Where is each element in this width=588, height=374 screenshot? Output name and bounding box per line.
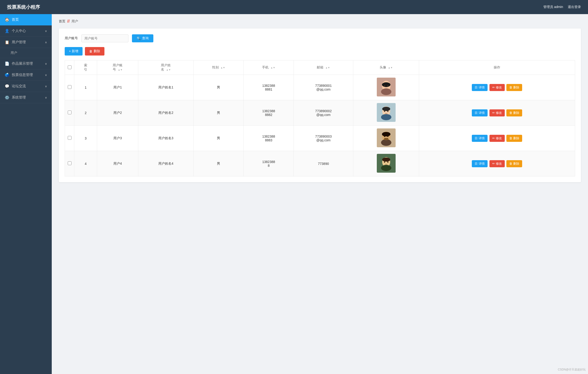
search-input[interactable] xyxy=(81,34,128,42)
row-checkbox[interactable] xyxy=(68,161,72,165)
row-gender: 男 xyxy=(194,75,244,100)
th-index: 索引 xyxy=(74,60,97,75)
sidebar-item-vote-mgmt-label: 投票信息管理 xyxy=(12,73,33,77)
svg-point-11 xyxy=(387,111,388,112)
row-email: 773890002@qq.com xyxy=(294,100,353,126)
select-all-checkbox[interactable] xyxy=(68,65,72,69)
sidebar-item-work-mgmt[interactable]: 📄 作品展示管理 ∨ xyxy=(0,58,52,69)
header-right: 管理员 admin 退出登录 xyxy=(543,5,581,9)
batch-delete-button[interactable]: 🗑 删除 xyxy=(85,47,105,55)
account-sort-icon[interactable]: ▲▼ xyxy=(118,68,123,71)
svg-rect-8 xyxy=(382,107,390,111)
row-ops-cell: 目 详情 ✏ 修改 🗑 删除 xyxy=(419,126,575,151)
phone-sort-icon[interactable]: ▲▼ xyxy=(271,66,275,69)
batch-delete-label: 删除 xyxy=(94,49,100,53)
user-mgmt-arrow-icon: ∧ xyxy=(45,41,47,44)
sidebar-item-forum[interactable]: 💬 论坛交流 ∨ xyxy=(0,81,52,92)
app-header: 投票系统小程序 管理员 admin 退出登录 xyxy=(0,0,588,14)
email-sort-icon[interactable]: ▲▼ xyxy=(325,66,330,69)
profile-arrow-icon: ∨ xyxy=(45,29,47,33)
search-button[interactable]: 🔍 查询 xyxy=(132,34,153,42)
row-checkbox-cell xyxy=(65,151,74,176)
breadcrumb: 首页 // 用户 xyxy=(59,19,581,24)
vote-mgmt-arrow-icon: ∨ xyxy=(45,73,47,77)
detail-button[interactable]: 目 详情 xyxy=(472,84,488,91)
row-avatar-cell xyxy=(353,100,419,126)
row-gender: 男 xyxy=(194,126,244,151)
delete-icon: 🗑 xyxy=(89,49,93,53)
svg-point-10 xyxy=(384,111,385,112)
edit-button[interactable]: ✏ 修改 xyxy=(489,84,505,91)
sidebar-item-user-mgmt[interactable]: 📋 用户管理 ∧ xyxy=(0,37,52,48)
action-bar: + 新增 🗑 删除 xyxy=(65,47,575,55)
row-account: 用户3 xyxy=(97,126,138,151)
row-avatar-cell xyxy=(353,75,419,100)
svg-point-3 xyxy=(381,88,391,95)
row-account: 用户2 xyxy=(97,100,138,126)
detail-button[interactable]: 目 详情 xyxy=(472,109,488,117)
vote-mgmt-icon: 🗳️ xyxy=(5,73,10,77)
detail-button[interactable]: 目 详情 xyxy=(472,135,488,142)
search-label: 用户账号 xyxy=(65,36,78,41)
user-table: 索引 用户账号 ▲▼ 用户姓名 ▲▼ 性别 ▲▼ xyxy=(65,60,575,176)
row-ops-cell: 目 详情 ✏ 修改 🗑 删除 xyxy=(419,151,575,176)
avatar-sort-icon[interactable]: ▲▼ xyxy=(388,66,393,69)
gender-sort-icon[interactable]: ▲▼ xyxy=(220,66,225,69)
svg-point-17 xyxy=(387,136,388,137)
row-email: 773890 xyxy=(294,151,353,176)
sidebar-item-sys-mgmt-label: 系统管理 xyxy=(12,95,26,100)
sidebar-sub-item-user-label: 用户 xyxy=(10,51,17,54)
search-bar: 用户账号 🔍 查询 xyxy=(65,34,575,42)
row-checkbox-cell xyxy=(65,126,74,151)
th-avatar: 头像 ▲▼ xyxy=(353,60,419,75)
sidebar-item-vote-mgmt[interactable]: 🗳️ 投票信息管理 ∨ xyxy=(0,69,52,81)
sys-mgmt-arrow-icon: ∨ xyxy=(45,96,47,99)
row-avatar-cell xyxy=(353,151,419,176)
app-title: 投票系统小程序 xyxy=(7,4,40,10)
table-body: 1 用户1 用户姓名1 男 13823888881 773890001@qq.c… xyxy=(65,75,575,176)
svg-point-4 xyxy=(384,85,385,86)
svg-rect-21 xyxy=(382,158,390,162)
row-checkbox[interactable] xyxy=(68,111,72,114)
row-email: 773890003@qq.com xyxy=(294,126,353,151)
detail-button[interactable]: 目 详情 xyxy=(472,160,488,167)
sidebar-item-home[interactable]: 🏠 首页 xyxy=(0,14,52,25)
th-account: 用户账号 ▲▼ xyxy=(97,60,138,75)
main-content: 首页 // 用户 用户账号 🔍 查询 + 新增 🗑 xyxy=(52,14,588,374)
footer-watermark: CSDN@仔天道超好玩 xyxy=(558,368,586,372)
edit-button[interactable]: ✏ 修改 xyxy=(489,160,505,167)
row-delete-button[interactable]: 🗑 删除 xyxy=(506,135,522,142)
th-ops: 操作 xyxy=(419,60,575,75)
add-button-label: + 新增 xyxy=(69,49,78,53)
sidebar-item-profile[interactable]: 👤 个人中心 ∨ xyxy=(0,25,52,37)
avatar-image xyxy=(377,128,396,147)
username-sort-icon[interactable]: ▲▼ xyxy=(166,68,171,71)
th-email: 邮箱 ▲▼ xyxy=(294,60,353,75)
row-delete-button[interactable]: 🗑 删除 xyxy=(506,109,522,117)
row-username: 用户姓名4 xyxy=(138,151,194,176)
avatar-image xyxy=(377,154,396,173)
logout-button[interactable]: 退出登录 xyxy=(568,5,581,9)
row-email: 773890001@qq.com xyxy=(294,75,353,100)
forum-icon: 💬 xyxy=(5,84,10,88)
row-checkbox[interactable] xyxy=(68,85,72,89)
edit-button[interactable]: ✏ 修改 xyxy=(489,135,505,142)
row-delete-button[interactable]: 🗑 删除 xyxy=(506,84,522,91)
row-avatar-cell xyxy=(353,126,419,151)
sidebar-sub-item-user[interactable]: 用户 xyxy=(0,48,52,58)
sidebar-item-home-label: 首页 xyxy=(12,17,19,22)
row-phone: 13823888882 xyxy=(244,100,294,126)
row-delete-button[interactable]: 🗑 删除 xyxy=(506,160,522,167)
sidebar-item-forum-label: 论坛交流 xyxy=(12,84,26,88)
avatar-image xyxy=(377,103,396,122)
svg-point-5 xyxy=(387,85,388,86)
table-row: 4 用户4 用户姓名4 男 13823888 773890 目 详情 ✏ 修改 … xyxy=(65,151,575,176)
add-button[interactable]: + 新增 xyxy=(65,47,83,55)
work-mgmt-icon: 📄 xyxy=(5,61,10,66)
row-ops-cell: 目 详情 ✏ 修改 🗑 删除 xyxy=(419,100,575,126)
row-checkbox[interactable] xyxy=(68,136,72,140)
sidebar-item-sys-mgmt[interactable]: ⚙️ 系统管理 ∨ xyxy=(0,92,52,103)
edit-button[interactable]: ✏ 修改 xyxy=(489,109,505,117)
forum-arrow-icon: ∨ xyxy=(45,85,47,88)
th-username: 用户姓名 ▲▼ xyxy=(138,60,194,75)
